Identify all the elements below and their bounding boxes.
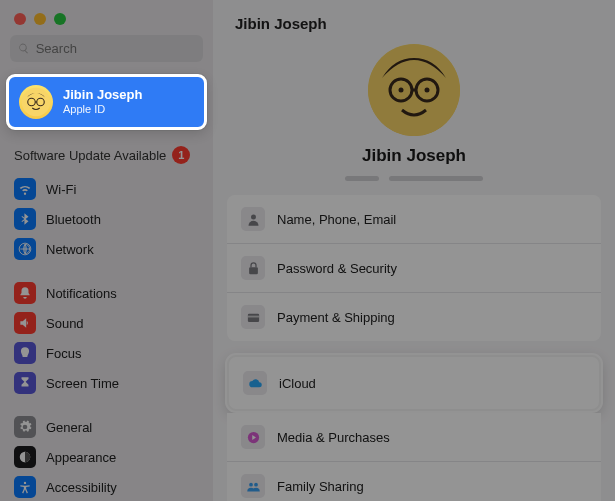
row-label: Name, Phone, Email xyxy=(277,212,396,227)
software-update-row[interactable]: Software Update Available 1 xyxy=(0,138,213,174)
row-label: Media & Purchases xyxy=(277,430,390,445)
settings-row-icloud[interactable]: iCloud xyxy=(227,355,601,411)
sidebar-item-focus[interactable]: Focus xyxy=(8,338,205,368)
profile-name: Jibin Joseph xyxy=(362,146,466,166)
hourglass-icon xyxy=(14,372,36,394)
update-count-badge: 1 xyxy=(172,146,190,164)
row-label: Family Sharing xyxy=(277,479,364,494)
search-input[interactable] xyxy=(36,41,195,56)
sidebar-item-sound[interactable]: Sound xyxy=(8,308,205,338)
profile-placeholder-bars xyxy=(345,176,483,181)
row-label: Password & Security xyxy=(277,261,397,276)
svg-point-7 xyxy=(425,88,430,93)
page-title: Jibin Joseph xyxy=(213,0,615,36)
family-icon xyxy=(241,474,265,498)
window-controls xyxy=(0,0,213,35)
sidebar-item-bluetooth[interactable]: Bluetooth xyxy=(8,204,205,234)
account-subtitle: Apple ID xyxy=(63,103,142,116)
accessibility-icon xyxy=(14,476,36,498)
sidebar-item-label: Focus xyxy=(46,346,81,361)
sidebar-item-label: Sound xyxy=(46,316,84,331)
sidebar-item-label: Wi-Fi xyxy=(46,182,76,197)
sidebar-item-notifications[interactable]: Notifications xyxy=(8,278,205,308)
sidebar-item-label: Accessibility xyxy=(46,480,117,495)
main-content: Jibin Joseph Jibin Joseph Name, Phone, E… xyxy=(213,0,615,501)
sidebar-item-label: Appearance xyxy=(46,450,116,465)
avatar xyxy=(19,85,53,119)
profile-block: Jibin Joseph xyxy=(213,36,615,195)
fullscreen-window-button[interactable] xyxy=(54,13,66,25)
sidebar-item-general[interactable]: General xyxy=(8,412,205,442)
gear-icon xyxy=(14,416,36,438)
sidebar-item-label: Notifications xyxy=(46,286,117,301)
settings-row-payment-shipping[interactable]: Payment & Shipping xyxy=(227,293,601,341)
sidebar-item-screen-time[interactable]: Screen Time xyxy=(8,368,205,398)
row-label: iCloud xyxy=(279,376,316,391)
profile-avatar[interactable] xyxy=(368,44,460,136)
close-window-button[interactable] xyxy=(14,13,26,25)
minimize-window-button[interactable] xyxy=(34,13,46,25)
sidebar-item-label: Bluetooth xyxy=(46,212,101,227)
cloud-icon xyxy=(243,371,267,395)
media-icon xyxy=(241,425,265,449)
sidebar-list: Wi-FiBluetoothNetworkNotificationsSoundF… xyxy=(0,174,213,501)
settings-row-name-phone-email[interactable]: Name, Phone, Email xyxy=(227,195,601,244)
sidebar-item-label: General xyxy=(46,420,92,435)
bell-icon xyxy=(14,282,36,304)
network-icon xyxy=(14,238,36,260)
settings-list: Name, Phone, EmailPassword & SecurityPay… xyxy=(213,195,615,501)
apple-id-account-card[interactable]: Jibin Joseph Apple ID xyxy=(6,74,207,130)
person-icon xyxy=(241,207,265,231)
sound-icon xyxy=(14,312,36,334)
software-update-label: Software Update Available xyxy=(14,148,166,163)
sidebar-item-wi-fi[interactable]: Wi-Fi xyxy=(8,174,205,204)
search-icon xyxy=(18,42,30,55)
card-icon xyxy=(241,305,265,329)
settings-row-media-purchases[interactable]: Media & Purchases xyxy=(227,413,601,462)
appearance-icon xyxy=(14,446,36,468)
wifi-icon xyxy=(14,178,36,200)
sidebar-item-appearance[interactable]: Appearance xyxy=(8,442,205,472)
svg-point-6 xyxy=(399,88,404,93)
settings-row-family-sharing[interactable]: Family Sharing xyxy=(227,462,601,501)
search-field[interactable] xyxy=(10,35,203,62)
account-name: Jibin Joseph xyxy=(63,88,142,103)
bluetooth-icon xyxy=(14,208,36,230)
row-label: Payment & Shipping xyxy=(277,310,395,325)
lock-icon xyxy=(241,256,265,280)
sidebar-item-network[interactable]: Network xyxy=(8,234,205,264)
focus-icon xyxy=(14,342,36,364)
sidebar-item-label: Screen Time xyxy=(46,376,119,391)
sidebar: Jibin Joseph Apple ID Software Update Av… xyxy=(0,0,213,501)
settings-row-password-security[interactable]: Password & Security xyxy=(227,244,601,293)
sidebar-item-accessibility[interactable]: Accessibility xyxy=(8,472,205,501)
sidebar-item-label: Network xyxy=(46,242,94,257)
